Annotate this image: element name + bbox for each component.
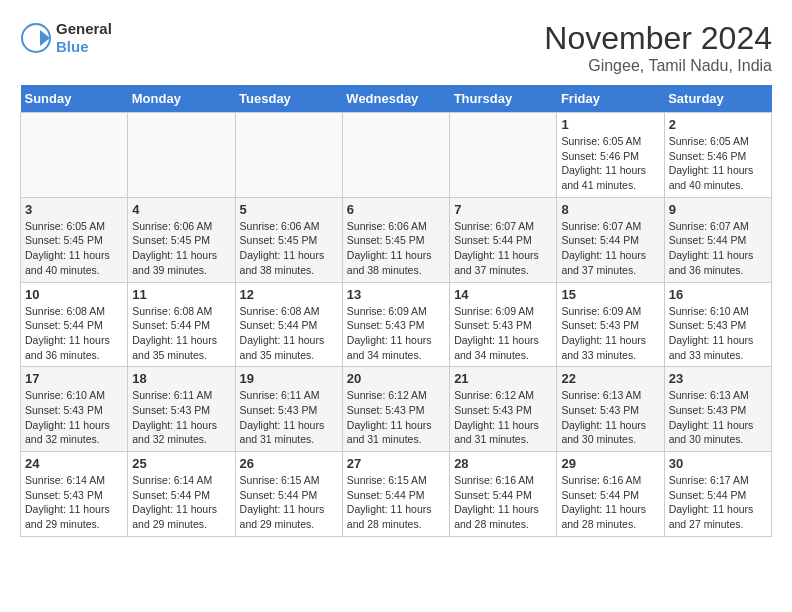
day-info: Sunrise: 6:08 AM Sunset: 5:44 PM Dayligh… <box>240 304 338 363</box>
page-title: November 2024 <box>544 20 772 57</box>
title-block: November 2024 Gingee, Tamil Nadu, India <box>544 20 772 75</box>
calendar-cell: 25Sunrise: 6:14 AM Sunset: 5:44 PM Dayli… <box>128 452 235 537</box>
day-number: 30 <box>669 456 767 471</box>
day-info: Sunrise: 6:11 AM Sunset: 5:43 PM Dayligh… <box>132 388 230 447</box>
day-number: 29 <box>561 456 659 471</box>
header: General Blue November 2024 Gingee, Tamil… <box>20 20 772 75</box>
calendar-table: SundayMondayTuesdayWednesdayThursdayFrid… <box>20 85 772 537</box>
day-number: 9 <box>669 202 767 217</box>
day-info: Sunrise: 6:09 AM Sunset: 5:43 PM Dayligh… <box>454 304 552 363</box>
day-info: Sunrise: 6:06 AM Sunset: 5:45 PM Dayligh… <box>132 219 230 278</box>
day-number: 13 <box>347 287 445 302</box>
day-number: 11 <box>132 287 230 302</box>
day-number: 10 <box>25 287 123 302</box>
calendar-cell: 24Sunrise: 6:14 AM Sunset: 5:43 PM Dayli… <box>21 452 128 537</box>
weekday-header: Saturday <box>664 85 771 113</box>
day-info: Sunrise: 6:13 AM Sunset: 5:43 PM Dayligh… <box>561 388 659 447</box>
day-number: 18 <box>132 371 230 386</box>
calendar-cell: 13Sunrise: 6:09 AM Sunset: 5:43 PM Dayli… <box>342 282 449 367</box>
day-info: Sunrise: 6:06 AM Sunset: 5:45 PM Dayligh… <box>347 219 445 278</box>
day-info: Sunrise: 6:06 AM Sunset: 5:45 PM Dayligh… <box>240 219 338 278</box>
day-number: 25 <box>132 456 230 471</box>
calendar-week-row: 24Sunrise: 6:14 AM Sunset: 5:43 PM Dayli… <box>21 452 772 537</box>
day-info: Sunrise: 6:16 AM Sunset: 5:44 PM Dayligh… <box>561 473 659 532</box>
day-number: 23 <box>669 371 767 386</box>
day-number: 16 <box>669 287 767 302</box>
day-number: 19 <box>240 371 338 386</box>
day-info: Sunrise: 6:05 AM Sunset: 5:46 PM Dayligh… <box>561 134 659 193</box>
day-number: 5 <box>240 202 338 217</box>
day-info: Sunrise: 6:10 AM Sunset: 5:43 PM Dayligh… <box>669 304 767 363</box>
day-info: Sunrise: 6:09 AM Sunset: 5:43 PM Dayligh… <box>347 304 445 363</box>
logo-svg <box>20 22 52 54</box>
calendar-cell: 15Sunrise: 6:09 AM Sunset: 5:43 PM Dayli… <box>557 282 664 367</box>
calendar-cell <box>450 113 557 198</box>
day-info: Sunrise: 6:15 AM Sunset: 5:44 PM Dayligh… <box>240 473 338 532</box>
calendar-week-row: 3Sunrise: 6:05 AM Sunset: 5:45 PM Daylig… <box>21 197 772 282</box>
day-info: Sunrise: 6:08 AM Sunset: 5:44 PM Dayligh… <box>25 304 123 363</box>
calendar-cell: 4Sunrise: 6:06 AM Sunset: 5:45 PM Daylig… <box>128 197 235 282</box>
weekday-header: Wednesday <box>342 85 449 113</box>
day-number: 24 <box>25 456 123 471</box>
calendar-cell <box>128 113 235 198</box>
calendar-cell: 10Sunrise: 6:08 AM Sunset: 5:44 PM Dayli… <box>21 282 128 367</box>
weekday-header: Monday <box>128 85 235 113</box>
day-number: 22 <box>561 371 659 386</box>
day-number: 7 <box>454 202 552 217</box>
day-number: 6 <box>347 202 445 217</box>
weekday-header: Sunday <box>21 85 128 113</box>
calendar-cell: 1Sunrise: 6:05 AM Sunset: 5:46 PM Daylig… <box>557 113 664 198</box>
calendar-cell: 3Sunrise: 6:05 AM Sunset: 5:45 PM Daylig… <box>21 197 128 282</box>
calendar-cell: 18Sunrise: 6:11 AM Sunset: 5:43 PM Dayli… <box>128 367 235 452</box>
day-info: Sunrise: 6:15 AM Sunset: 5:44 PM Dayligh… <box>347 473 445 532</box>
logo: General Blue <box>20 20 112 56</box>
calendar-cell: 23Sunrise: 6:13 AM Sunset: 5:43 PM Dayli… <box>664 367 771 452</box>
calendar-cell: 14Sunrise: 6:09 AM Sunset: 5:43 PM Dayli… <box>450 282 557 367</box>
day-info: Sunrise: 6:11 AM Sunset: 5:43 PM Dayligh… <box>240 388 338 447</box>
weekday-header: Friday <box>557 85 664 113</box>
day-info: Sunrise: 6:12 AM Sunset: 5:43 PM Dayligh… <box>347 388 445 447</box>
logo-line2: Blue <box>56 38 112 56</box>
calendar-cell: 27Sunrise: 6:15 AM Sunset: 5:44 PM Dayli… <box>342 452 449 537</box>
day-info: Sunrise: 6:14 AM Sunset: 5:44 PM Dayligh… <box>132 473 230 532</box>
page-subtitle: Gingee, Tamil Nadu, India <box>544 57 772 75</box>
day-info: Sunrise: 6:10 AM Sunset: 5:43 PM Dayligh… <box>25 388 123 447</box>
calendar-cell: 21Sunrise: 6:12 AM Sunset: 5:43 PM Dayli… <box>450 367 557 452</box>
day-info: Sunrise: 6:07 AM Sunset: 5:44 PM Dayligh… <box>561 219 659 278</box>
calendar-cell: 20Sunrise: 6:12 AM Sunset: 5:43 PM Dayli… <box>342 367 449 452</box>
day-number: 3 <box>25 202 123 217</box>
calendar-cell: 30Sunrise: 6:17 AM Sunset: 5:44 PM Dayli… <box>664 452 771 537</box>
calendar-cell: 17Sunrise: 6:10 AM Sunset: 5:43 PM Dayli… <box>21 367 128 452</box>
calendar-week-row: 17Sunrise: 6:10 AM Sunset: 5:43 PM Dayli… <box>21 367 772 452</box>
day-number: 12 <box>240 287 338 302</box>
calendar-cell <box>235 113 342 198</box>
day-number: 28 <box>454 456 552 471</box>
day-number: 2 <box>669 117 767 132</box>
calendar-cell: 7Sunrise: 6:07 AM Sunset: 5:44 PM Daylig… <box>450 197 557 282</box>
calendar-cell: 12Sunrise: 6:08 AM Sunset: 5:44 PM Dayli… <box>235 282 342 367</box>
weekday-header-row: SundayMondayTuesdayWednesdayThursdayFrid… <box>21 85 772 113</box>
day-info: Sunrise: 6:13 AM Sunset: 5:43 PM Dayligh… <box>669 388 767 447</box>
day-info: Sunrise: 6:07 AM Sunset: 5:44 PM Dayligh… <box>454 219 552 278</box>
weekday-header: Thursday <box>450 85 557 113</box>
calendar-cell <box>342 113 449 198</box>
day-number: 17 <box>25 371 123 386</box>
calendar-week-row: 10Sunrise: 6:08 AM Sunset: 5:44 PM Dayli… <box>21 282 772 367</box>
day-info: Sunrise: 6:12 AM Sunset: 5:43 PM Dayligh… <box>454 388 552 447</box>
day-info: Sunrise: 6:09 AM Sunset: 5:43 PM Dayligh… <box>561 304 659 363</box>
calendar-cell: 16Sunrise: 6:10 AM Sunset: 5:43 PM Dayli… <box>664 282 771 367</box>
day-number: 21 <box>454 371 552 386</box>
calendar-cell: 22Sunrise: 6:13 AM Sunset: 5:43 PM Dayli… <box>557 367 664 452</box>
calendar-cell: 6Sunrise: 6:06 AM Sunset: 5:45 PM Daylig… <box>342 197 449 282</box>
day-info: Sunrise: 6:05 AM Sunset: 5:46 PM Dayligh… <box>669 134 767 193</box>
calendar-cell: 2Sunrise: 6:05 AM Sunset: 5:46 PM Daylig… <box>664 113 771 198</box>
calendar-cell: 8Sunrise: 6:07 AM Sunset: 5:44 PM Daylig… <box>557 197 664 282</box>
calendar-cell: 29Sunrise: 6:16 AM Sunset: 5:44 PM Dayli… <box>557 452 664 537</box>
day-info: Sunrise: 6:07 AM Sunset: 5:44 PM Dayligh… <box>669 219 767 278</box>
weekday-header: Tuesday <box>235 85 342 113</box>
calendar-cell: 19Sunrise: 6:11 AM Sunset: 5:43 PM Dayli… <box>235 367 342 452</box>
day-info: Sunrise: 6:05 AM Sunset: 5:45 PM Dayligh… <box>25 219 123 278</box>
day-number: 8 <box>561 202 659 217</box>
day-number: 26 <box>240 456 338 471</box>
day-number: 4 <box>132 202 230 217</box>
